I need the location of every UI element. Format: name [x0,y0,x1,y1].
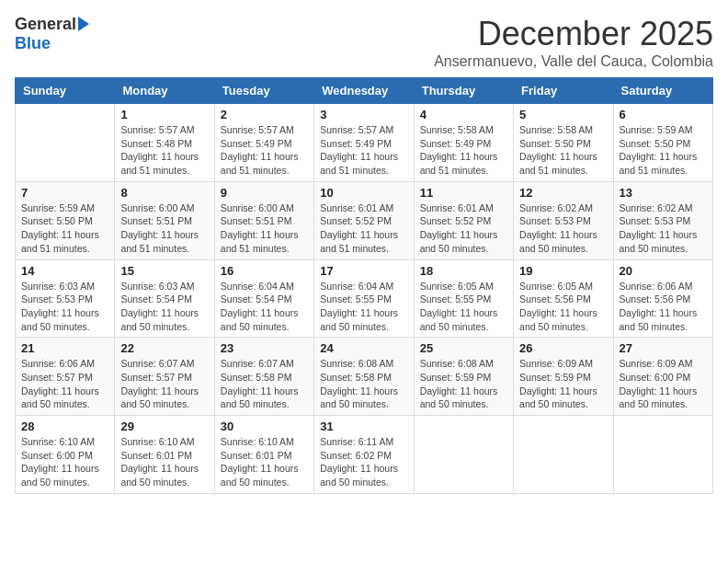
calendar-cell: 31Sunrise: 6:11 AM Sunset: 6:02 PM Dayli… [314,416,414,494]
day-number: 21 [21,341,108,355]
calendar-cell: 5Sunrise: 5:58 AM Sunset: 5:50 PM Daylig… [514,104,613,182]
calendar-cell: 6Sunrise: 5:59 AM Sunset: 5:50 PM Daylig… [613,104,712,182]
day-info: Sunrise: 5:57 AM Sunset: 5:49 PM Dayligh… [221,123,308,178]
month-title: December 2025 [434,15,713,53]
day-number: 27 [620,341,707,355]
day-info: Sunrise: 5:57 AM Sunset: 5:48 PM Dayligh… [120,123,208,178]
day-info: Sunrise: 6:00 AM Sunset: 5:51 PM Dayligh… [120,201,208,256]
day-number: 31 [320,419,407,433]
day-number: 20 [620,264,707,278]
page-header: General Blue December 2025 Ansermanuevo,… [15,15,713,70]
day-info: Sunrise: 6:07 AM Sunset: 5:58 PM Dayligh… [221,357,308,411]
calendar-cell: 1Sunrise: 5:57 AM Sunset: 5:48 PM Daylig… [115,104,214,182]
day-number: 6 [620,108,707,121]
day-number: 3 [320,108,407,121]
day-info: Sunrise: 6:02 AM Sunset: 5:53 PM Dayligh… [620,201,707,256]
calendar-header-saturday: Saturday [613,78,712,104]
location-subtitle: Ansermanuevo, Valle del Cauca, Colombia [434,53,713,70]
day-info: Sunrise: 6:01 AM Sunset: 5:52 PM Dayligh… [420,201,507,256]
day-info: Sunrise: 6:09 AM Sunset: 5:59 PM Dayligh… [519,357,607,411]
logo-general-text: General [15,15,76,34]
day-info: Sunrise: 5:59 AM Sunset: 5:50 PM Dayligh… [21,201,108,256]
day-info: Sunrise: 6:06 AM Sunset: 5:57 PM Dayligh… [21,357,108,411]
calendar-header-thursday: Thursday [414,78,513,104]
calendar-cell: 12Sunrise: 6:02 AM Sunset: 5:53 PM Dayli… [514,181,613,259]
day-number: 13 [620,186,707,200]
calendar-week-row: 28Sunrise: 6:10 AM Sunset: 6:00 PM Dayli… [16,416,713,494]
day-info: Sunrise: 6:02 AM Sunset: 5:53 PM Dayligh… [519,201,607,256]
logo-triangle-icon [78,17,89,31]
day-number: 10 [320,186,407,200]
day-info: Sunrise: 5:58 AM Sunset: 5:49 PM Dayligh… [420,123,507,178]
calendar-header-wednesday: Wednesday [314,78,414,104]
calendar-week-row: 1Sunrise: 5:57 AM Sunset: 5:48 PM Daylig… [16,104,713,182]
day-info: Sunrise: 6:11 AM Sunset: 6:02 PM Dayligh… [320,435,407,489]
calendar-cell: 9Sunrise: 6:00 AM Sunset: 5:51 PM Daylig… [214,181,313,259]
calendar-cell: 16Sunrise: 6:04 AM Sunset: 5:54 PM Dayli… [214,259,313,338]
title-block: December 2025 Ansermanuevo, Valle del Ca… [434,15,713,70]
calendar-cell: 20Sunrise: 6:06 AM Sunset: 5:56 PM Dayli… [613,259,712,338]
calendar-cell: 8Sunrise: 6:00 AM Sunset: 5:51 PM Daylig… [115,181,214,259]
day-number: 14 [21,264,108,278]
calendar-cell [613,416,712,494]
day-number: 16 [221,264,308,278]
day-info: Sunrise: 5:58 AM Sunset: 5:50 PM Dayligh… [519,123,607,178]
day-number: 28 [21,419,108,433]
calendar-cell: 19Sunrise: 6:05 AM Sunset: 5:56 PM Dayli… [514,259,613,338]
calendar-cell: 18Sunrise: 6:05 AM Sunset: 5:55 PM Dayli… [414,259,513,338]
day-number: 4 [420,108,507,121]
day-number: 15 [120,264,208,278]
calendar-header-row: SundayMondayTuesdayWednesdayThursdayFrid… [16,78,713,104]
day-info: Sunrise: 5:59 AM Sunset: 5:50 PM Dayligh… [620,123,707,178]
day-number: 2 [221,108,308,121]
day-number: 17 [320,264,407,278]
calendar-cell: 15Sunrise: 6:03 AM Sunset: 5:54 PM Dayli… [115,259,214,338]
day-info: Sunrise: 6:04 AM Sunset: 5:55 PM Dayligh… [320,280,407,334]
calendar-week-row: 7Sunrise: 5:59 AM Sunset: 5:50 PM Daylig… [16,181,713,259]
calendar-cell: 30Sunrise: 6:10 AM Sunset: 6:01 PM Dayli… [214,416,313,494]
day-info: Sunrise: 6:09 AM Sunset: 6:00 PM Dayligh… [620,357,707,411]
calendar-header-tuesday: Tuesday [214,78,313,104]
calendar-cell: 22Sunrise: 6:07 AM Sunset: 5:57 PM Dayli… [115,338,214,416]
calendar-header-friday: Friday [514,78,613,104]
day-number: 22 [120,341,208,355]
calendar-cell: 25Sunrise: 6:08 AM Sunset: 5:59 PM Dayli… [414,338,513,416]
day-info: Sunrise: 6:10 AM Sunset: 6:00 PM Dayligh… [21,435,108,489]
day-number: 30 [221,419,308,433]
calendar-cell: 11Sunrise: 6:01 AM Sunset: 5:52 PM Dayli… [414,181,513,259]
calendar-cell: 26Sunrise: 6:09 AM Sunset: 5:59 PM Dayli… [514,338,613,416]
day-info: Sunrise: 6:08 AM Sunset: 5:58 PM Dayligh… [320,357,407,411]
day-number: 23 [221,341,308,355]
day-number: 1 [120,108,208,121]
calendar-cell: 13Sunrise: 6:02 AM Sunset: 5:53 PM Dayli… [613,181,712,259]
calendar-cell: 2Sunrise: 5:57 AM Sunset: 5:49 PM Daylig… [214,104,313,182]
day-info: Sunrise: 6:05 AM Sunset: 5:55 PM Dayligh… [420,280,507,334]
day-number: 5 [519,108,607,121]
calendar-cell [414,416,513,494]
calendar-cell: 7Sunrise: 5:59 AM Sunset: 5:50 PM Daylig… [16,181,115,259]
day-number: 9 [221,186,308,200]
day-number: 19 [519,264,607,278]
day-info: Sunrise: 6:10 AM Sunset: 6:01 PM Dayligh… [221,435,308,489]
calendar-cell: 28Sunrise: 6:10 AM Sunset: 6:00 PM Dayli… [16,416,115,494]
day-info: Sunrise: 6:10 AM Sunset: 6:01 PM Dayligh… [120,435,208,489]
day-number: 25 [420,341,507,355]
calendar-cell: 14Sunrise: 6:03 AM Sunset: 5:53 PM Dayli… [16,259,115,338]
calendar-table: SundayMondayTuesdayWednesdayThursdayFrid… [15,77,713,494]
calendar-header-monday: Monday [115,78,214,104]
calendar-cell: 21Sunrise: 6:06 AM Sunset: 5:57 PM Dayli… [16,338,115,416]
calendar-cell: 24Sunrise: 6:08 AM Sunset: 5:58 PM Dayli… [314,338,414,416]
calendar-cell [514,416,613,494]
day-info: Sunrise: 6:00 AM Sunset: 5:51 PM Dayligh… [221,201,308,256]
calendar-cell: 29Sunrise: 6:10 AM Sunset: 6:01 PM Dayli… [115,416,214,494]
day-info: Sunrise: 6:03 AM Sunset: 5:53 PM Dayligh… [21,280,108,334]
calendar-cell: 27Sunrise: 6:09 AM Sunset: 6:00 PM Dayli… [613,338,712,416]
day-number: 24 [320,341,407,355]
calendar-header-sunday: Sunday [16,78,115,104]
day-info: Sunrise: 6:01 AM Sunset: 5:52 PM Dayligh… [320,201,407,256]
calendar-week-row: 14Sunrise: 6:03 AM Sunset: 5:53 PM Dayli… [16,259,713,338]
calendar-cell: 10Sunrise: 6:01 AM Sunset: 5:52 PM Dayli… [314,181,414,259]
day-number: 8 [120,186,208,200]
day-number: 26 [519,341,607,355]
day-info: Sunrise: 6:06 AM Sunset: 5:56 PM Dayligh… [620,280,707,334]
